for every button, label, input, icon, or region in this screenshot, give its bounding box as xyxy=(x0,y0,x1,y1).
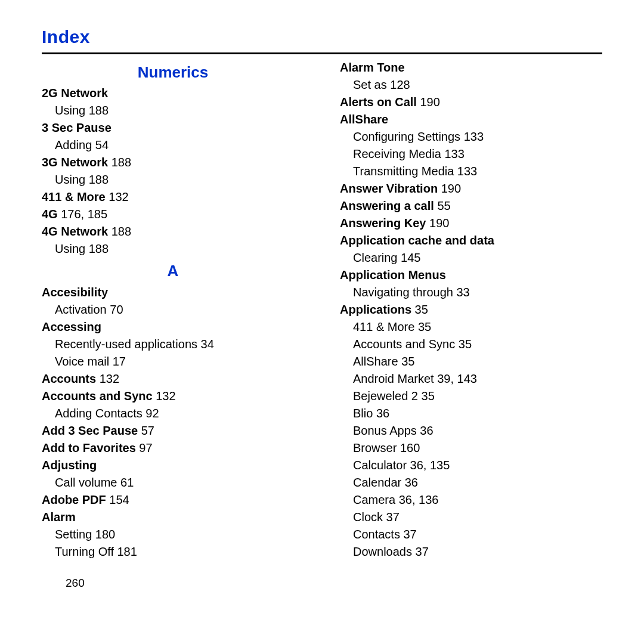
index-columns: Numerics 2G NetworkUsing 1883 Sec PauseA… xyxy=(42,59,602,592)
index-subentry: Clock 37 xyxy=(340,509,602,526)
index-subentry: Camera 36, 136 xyxy=(340,491,602,509)
index-subentry: Accounts and Sync 35 xyxy=(340,336,602,353)
index-subentry: Calculator 36, 135 xyxy=(340,457,602,474)
index-topic: 3G Network 188 xyxy=(42,154,304,171)
index-topic: Add to Favorites 97 xyxy=(42,439,304,457)
index-topic: Answering a call 55 xyxy=(340,197,602,215)
index-subentry: Receiving Media 133 xyxy=(340,145,602,163)
index-topic: Alerts on Call 190 xyxy=(340,94,602,111)
index-topic: Accounts and Sync 132 xyxy=(42,388,304,405)
index-topic: Add 3 Sec Pause 57 xyxy=(42,422,304,439)
index-subentry: Downloads 37 xyxy=(340,543,602,561)
index-topic: 3 Sec Pause xyxy=(42,119,304,137)
index-subentry: Navigating through 33 xyxy=(340,284,602,301)
index-topic: Application Menus xyxy=(340,267,602,284)
index-subentry: Transmitting Media 133 xyxy=(340,163,602,180)
index-block-a-right: Alarm ToneSet as 128Alerts on Call 190Al… xyxy=(340,59,602,561)
section-header-a: A xyxy=(42,260,304,283)
section-header-numerics: Numerics xyxy=(42,61,304,84)
column-right: Alarm ToneSet as 128Alerts on Call 190Al… xyxy=(340,59,602,592)
index-topic: Alarm xyxy=(42,509,304,526)
index-topic: Adobe PDF 154 xyxy=(42,491,304,509)
index-topic: Application cache and data xyxy=(340,232,602,249)
index-subentry: Call volume 61 xyxy=(42,474,304,491)
index-topic: 4G Network 188 xyxy=(42,223,304,240)
index-subentry: Using 188 xyxy=(42,171,304,188)
index-subentry: Recently-used applications 34 xyxy=(42,336,304,353)
index-subentry: Calendar 36 xyxy=(340,474,602,491)
index-subentry: Activation 70 xyxy=(42,301,304,318)
index-topic: AllShare xyxy=(340,111,602,128)
index-block-numerics: 2G NetworkUsing 1883 Sec PauseAdding 543… xyxy=(42,85,304,258)
index-subentry: Setting 180 xyxy=(42,526,304,543)
index-subentry: Turning Off 181 xyxy=(42,543,304,561)
page-number: 260 xyxy=(42,575,304,592)
index-subentry: Using 188 xyxy=(42,102,304,119)
index-subentry: Adding Contacts 92 xyxy=(42,405,304,422)
page-title: Index xyxy=(42,24,602,54)
index-topic: Applications 35 xyxy=(340,301,602,318)
index-subentry: Bejeweled 2 35 xyxy=(340,388,602,405)
index-subentry: Bonus Apps 36 xyxy=(340,422,602,439)
index-subentry: Browser 160 xyxy=(340,439,602,457)
index-subentry: Configuring Settings 133 xyxy=(340,128,602,145)
index-topic: Adjusting xyxy=(42,457,304,474)
index-subentry: Clearing 145 xyxy=(340,249,602,267)
index-subentry: Using 188 xyxy=(42,240,304,258)
index-topic: Alarm Tone xyxy=(340,59,602,76)
index-subentry: Voice mail 17 xyxy=(42,353,304,370)
index-subentry: Set as 128 xyxy=(340,76,602,94)
index-topic: Accounts 132 xyxy=(42,370,304,388)
index-subentry: 411 & More 35 xyxy=(340,318,602,336)
index-subentry: Android Market 39, 143 xyxy=(340,370,602,388)
index-subentry: AllShare 35 xyxy=(340,353,602,370)
index-topic: Accesibility xyxy=(42,284,304,301)
index-topic: 4G 176, 185 xyxy=(42,206,304,223)
index-topic: Answering Key 190 xyxy=(340,215,602,232)
column-left: Numerics 2G NetworkUsing 1883 Sec PauseA… xyxy=(42,59,304,592)
index-topic: Accessing xyxy=(42,318,304,336)
index-subentry: Contacts 37 xyxy=(340,526,602,543)
index-subentry: Blio 36 xyxy=(340,405,602,422)
index-topic: 411 & More 132 xyxy=(42,188,304,206)
index-subentry: Adding 54 xyxy=(42,137,304,154)
index-topic: Answer Vibration 190 xyxy=(340,180,602,197)
index-topic: 2G Network xyxy=(42,85,304,102)
index-block-a-left: AccesibilityActivation 70AccessingRecent… xyxy=(42,284,304,561)
